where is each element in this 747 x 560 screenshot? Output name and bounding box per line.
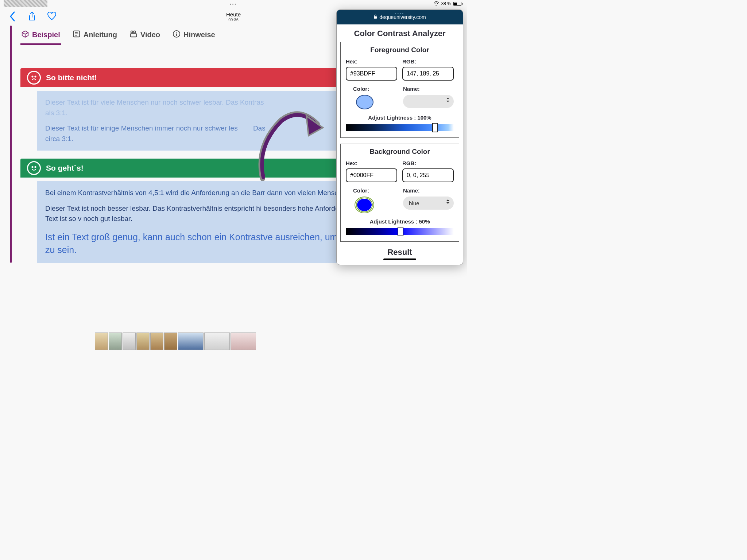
bg-lightness-slider[interactable] bbox=[346, 228, 454, 235]
svg-point-5 bbox=[176, 32, 177, 32]
fg-lightness-slider[interactable] bbox=[346, 124, 454, 131]
fg-name-select[interactable] bbox=[403, 95, 454, 108]
panel-title: Color Contrast Analyzer bbox=[340, 29, 459, 38]
svg-rect-10 bbox=[374, 16, 377, 19]
panel-dots: •••• bbox=[395, 11, 405, 15]
thumbnail[interactable] bbox=[109, 332, 122, 350]
panel-header: •••• dequeuniversity.com bbox=[337, 10, 463, 24]
bg-title: Background Color bbox=[346, 148, 454, 156]
cube-icon bbox=[21, 30, 29, 40]
nav-title: Heute bbox=[226, 11, 241, 18]
thumbnail[interactable] bbox=[178, 332, 204, 350]
tab-beispiel[interactable]: Beispiel bbox=[20, 28, 61, 45]
battery-icon bbox=[453, 2, 462, 6]
favorite-button[interactable] bbox=[45, 10, 58, 23]
thumbnail[interactable] bbox=[123, 332, 136, 350]
tab-label: Anleitung bbox=[84, 31, 117, 39]
tab-label: Hinweise bbox=[183, 31, 215, 39]
lock-icon bbox=[374, 14, 377, 20]
nav-time: 09:36 bbox=[226, 18, 241, 22]
status-dots: ••• bbox=[230, 2, 237, 6]
thumbnail[interactable] bbox=[231, 332, 256, 350]
svg-point-6 bbox=[32, 76, 33, 77]
fg-title: Foreground Color bbox=[346, 46, 454, 54]
nav-center: Heute 09:36 bbox=[226, 11, 241, 22]
panel-handle[interactable] bbox=[383, 258, 416, 260]
thumbnail[interactable] bbox=[95, 332, 108, 350]
svg-point-7 bbox=[35, 76, 36, 77]
bg-color-label: Color: bbox=[346, 187, 396, 194]
video-icon bbox=[129, 30, 138, 40]
fg-rgb-input[interactable] bbox=[402, 67, 454, 81]
fg-color-label: Color: bbox=[346, 86, 396, 92]
happy-face-icon bbox=[27, 161, 41, 175]
status-bar: ••• 38 % bbox=[0, 0, 467, 7]
sad-face-icon bbox=[27, 71, 41, 85]
svg-point-8 bbox=[32, 167, 33, 168]
tab-anleitung[interactable]: Anleitung bbox=[72, 28, 118, 45]
banner-good-title: So geht`s! bbox=[46, 164, 84, 172]
fg-hex-label: Hex: bbox=[346, 58, 397, 65]
wifi-icon bbox=[433, 1, 439, 7]
share-button[interactable] bbox=[26, 10, 39, 23]
bg-hex-input[interactable] bbox=[346, 168, 397, 182]
fg-hex-input[interactable] bbox=[346, 67, 397, 81]
bg-name-label: Name: bbox=[403, 187, 454, 194]
tab-hinweise[interactable]: Hinweise bbox=[172, 28, 216, 45]
analyzer-panel[interactable]: •••• dequeuniversity.com Color Contrast … bbox=[336, 9, 463, 265]
bg-hex-label: Hex: bbox=[346, 160, 397, 166]
thumbnail-strip bbox=[95, 332, 256, 350]
document-icon bbox=[73, 30, 81, 40]
svg-rect-3 bbox=[131, 34, 137, 37]
info-icon bbox=[173, 30, 181, 40]
fg-slider-label: Adjust Lightness : 100% bbox=[346, 114, 454, 121]
svg-point-9 bbox=[35, 167, 36, 168]
thumbnail[interactable] bbox=[150, 332, 163, 350]
battery-percent: 38 % bbox=[441, 1, 451, 6]
result-heading: Result bbox=[340, 248, 459, 257]
fg-name-label: Name: bbox=[403, 86, 454, 92]
bg-name-select[interactable]: blue bbox=[403, 197, 454, 210]
left-accent bbox=[10, 26, 12, 263]
pixelated-region bbox=[4, 0, 47, 7]
thumbnail[interactable] bbox=[204, 332, 230, 350]
banner-bad-title: So bitte nicht! bbox=[46, 73, 97, 82]
back-button[interactable] bbox=[6, 10, 19, 23]
fg-color-swatch[interactable] bbox=[356, 95, 374, 109]
thumbnail[interactable] bbox=[164, 332, 177, 350]
svg-point-1 bbox=[131, 31, 133, 33]
tab-video[interactable]: Video bbox=[129, 28, 161, 45]
thumbnail[interactable] bbox=[136, 332, 150, 350]
bg-rgb-label: RGB: bbox=[402, 160, 454, 166]
fg-rgb-label: RGB: bbox=[402, 58, 454, 65]
tab-label: Beispiel bbox=[32, 31, 60, 39]
background-fieldset: Background Color Hex: RGB: Color: Name: bbox=[340, 144, 459, 242]
foreground-fieldset: Foreground Color Hex: RGB: Color: Name: bbox=[340, 42, 459, 138]
svg-point-2 bbox=[133, 31, 136, 33]
bg-slider-label: Adjust Lightness : 50% bbox=[346, 218, 454, 225]
bg-color-swatch[interactable] bbox=[355, 197, 374, 213]
tab-label: Video bbox=[140, 31, 160, 39]
bg-rgb-input[interactable] bbox=[402, 168, 454, 182]
